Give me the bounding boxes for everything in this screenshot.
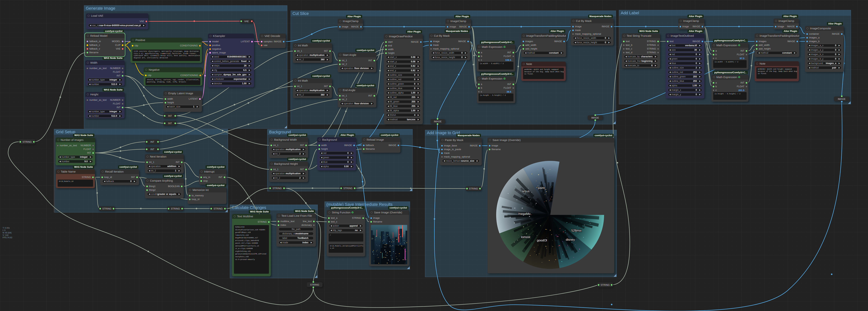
svg-text:lomost: lomost [521,235,530,239]
svg-text:megaMo: megaMo [518,212,530,216]
svg-text:goodOl: goodOl [537,238,547,242]
svg-text:paint_: paint_ [538,186,547,190]
svg-text:artius: artius [522,190,530,193]
svg-text:disney: disney [566,238,575,242]
svg-text:526mix: 526mix [571,229,582,232]
